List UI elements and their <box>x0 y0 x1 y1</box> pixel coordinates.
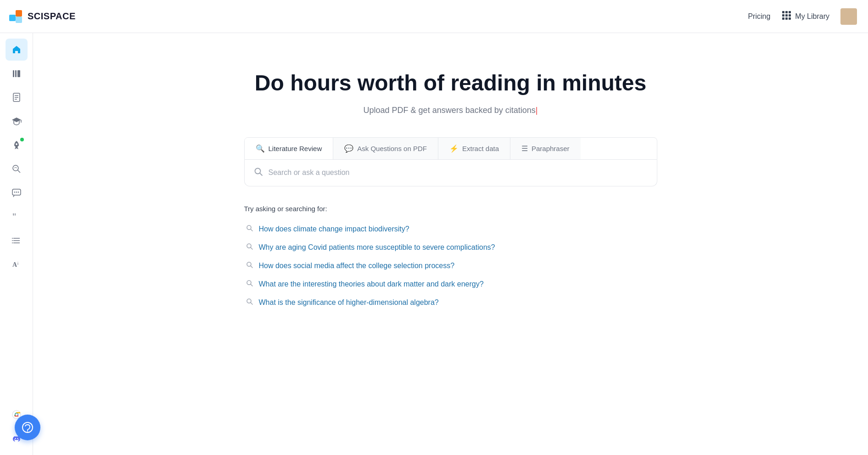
svg-point-27 <box>17 191 18 192</box>
suggestions-label: Try asking or searching for: <box>244 205 657 213</box>
tab-paraphraser[interactable]: ☰ Paraphraser <box>510 138 581 159</box>
tab-extract-data[interactable]: ⚡ Extract data <box>438 138 510 159</box>
suggestion-search-icon-1 <box>246 243 253 252</box>
svg-line-45 <box>251 229 252 231</box>
svg-marker-19 <box>12 118 21 122</box>
suggestions-area: Try asking or searching for: How does cl… <box>244 205 657 312</box>
suggestion-search-icon-0 <box>246 225 253 234</box>
svg-point-39 <box>15 414 17 416</box>
suggestion-search-icon-4 <box>246 298 253 307</box>
nav-right: Pricing My Library <box>748 8 857 25</box>
search-input[interactable] <box>269 169 648 177</box>
svg-line-51 <box>251 284 252 286</box>
svg-point-55 <box>27 432 28 433</box>
svg-rect-7 <box>785 14 788 17</box>
suggestion-text-3: What are the interesting theories about … <box>259 280 484 288</box>
logo[interactable]: SCISPACE <box>7 8 76 25</box>
mylibrary-link[interactable]: My Library <box>781 10 829 22</box>
hero-subtitle: Upload PDF & get answers backed by citat… <box>364 106 538 115</box>
svg-point-22 <box>13 165 18 171</box>
suggestion-text-4: What is the significance of higher-dimen… <box>259 298 439 307</box>
svg-rect-5 <box>789 11 791 13</box>
suggestion-item-0[interactable]: How does climate change impact biodivers… <box>244 220 657 238</box>
pricing-link[interactable]: Pricing <box>748 12 770 21</box>
sidebar-item-search-ai[interactable] <box>6 158 28 180</box>
sidebar-item-home[interactable] <box>6 39 28 61</box>
tab-ask-pdf[interactable]: 💬 Ask Questions on PDF <box>333 138 438 159</box>
suggestion-text-1: Why are aging Covid patients more suscep… <box>259 243 495 252</box>
suggestion-item-4[interactable]: What is the significance of higher-dimen… <box>244 293 657 312</box>
svg-rect-3 <box>782 11 784 13</box>
fab-chat-button[interactable] <box>15 415 40 440</box>
tab-ask-pdf-icon: 💬 <box>344 144 353 153</box>
mylibrary-icon <box>781 10 791 22</box>
sidebar-item-rocket[interactable] <box>6 134 28 156</box>
suggestion-search-icon-3 <box>246 280 253 289</box>
svg-rect-12 <box>13 70 14 77</box>
svg-rect-14 <box>17 70 20 77</box>
sidebar-item-quote[interactable]: " <box>6 206 28 228</box>
topnav: SCISPACE Pricing My Library <box>0 0 868 33</box>
sidebar-item-library[interactable] <box>6 62 28 84</box>
sidebar-item-document[interactable] <box>6 86 28 108</box>
svg-point-41 <box>17 438 18 439</box>
svg-point-32 <box>12 238 13 239</box>
rocket-badge <box>20 138 24 141</box>
svg-point-40 <box>15 438 16 439</box>
sidebar-item-list[interactable] <box>6 230 28 252</box>
svg-rect-0 <box>9 15 16 21</box>
suggestion-item-2[interactable]: How does social media affect the college… <box>244 257 657 275</box>
svg-text:A: A <box>12 261 17 268</box>
svg-line-53 <box>251 303 252 304</box>
tab-paraphraser-icon: ☰ <box>521 144 528 153</box>
svg-rect-1 <box>16 10 22 17</box>
svg-text:i: i <box>17 261 18 266</box>
suggestion-text-0: How does climate change impact biodivers… <box>259 225 409 233</box>
svg-point-26 <box>16 191 17 192</box>
logo-icon <box>7 8 24 25</box>
svg-rect-10 <box>785 17 788 20</box>
suggestion-item-1[interactable]: Why are aging Covid patients more suscep… <box>244 238 657 257</box>
main-content: Do hours worth of reading in minutes Upl… <box>33 33 868 312</box>
suggestion-text-2: How does social media affect the college… <box>259 262 455 270</box>
suggestion-item-3[interactable]: What are the interesting theories about … <box>244 275 657 293</box>
mylibrary-label: My Library <box>795 12 829 21</box>
sidebar: " A i <box>0 33 33 455</box>
tabs-container: 🔍 Literature Review 💬 Ask Questions on P… <box>244 137 657 160</box>
tab-literature-review[interactable]: 🔍 Literature Review <box>245 138 334 159</box>
svg-rect-9 <box>782 17 784 20</box>
svg-line-47 <box>251 247 252 249</box>
search-icon <box>254 167 263 179</box>
svg-rect-2 <box>16 17 22 23</box>
svg-rect-11 <box>789 17 791 20</box>
svg-line-49 <box>251 266 252 268</box>
avatar[interactable] <box>840 8 857 25</box>
cursor: | <box>536 106 538 115</box>
tab-literature-review-icon: 🔍 <box>256 144 265 153</box>
svg-rect-13 <box>15 70 17 77</box>
svg-rect-4 <box>785 11 788 13</box>
svg-text:": " <box>12 212 16 222</box>
tab-extract-data-icon: ⚡ <box>449 144 459 153</box>
sidebar-item-font-ai[interactable]: A i <box>6 253 28 275</box>
sidebar-item-chat[interactable] <box>6 182 28 204</box>
svg-rect-6 <box>782 14 784 17</box>
sidebar-item-graduation[interactable] <box>6 110 28 132</box>
svg-point-33 <box>12 240 13 241</box>
svg-line-23 <box>17 170 20 173</box>
logo-text: SCISPACE <box>28 11 76 22</box>
svg-point-34 <box>12 242 13 243</box>
svg-point-21 <box>16 143 17 145</box>
svg-line-43 <box>260 173 262 175</box>
svg-rect-8 <box>789 14 791 17</box>
svg-point-25 <box>14 191 15 192</box>
search-container <box>244 160 657 186</box>
suggestion-search-icon-2 <box>246 261 253 270</box>
hero-title: Do hours worth of reading in minutes <box>255 70 646 96</box>
